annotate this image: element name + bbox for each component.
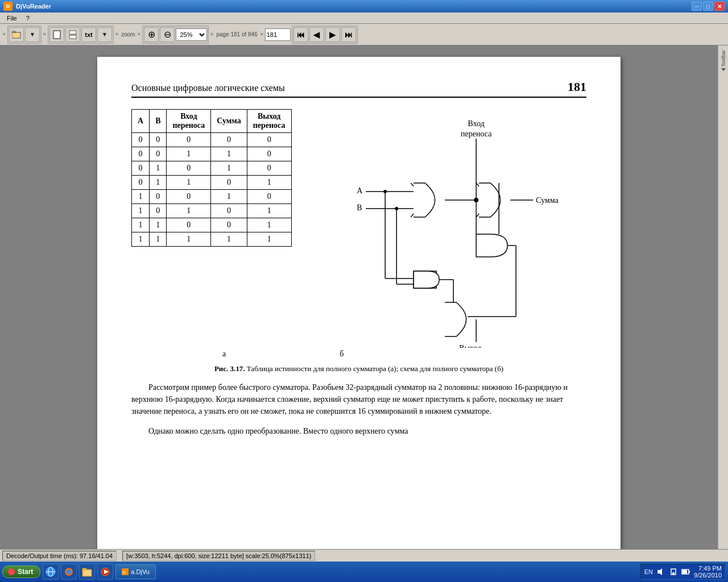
table-cell: 1 [211, 232, 247, 247]
table-cell: 1 [132, 232, 150, 247]
table-cell: 1 [167, 232, 211, 247]
toolbar-group-nav: ⏮ ◀ ▶ ⏭ [292, 26, 358, 44]
menu-help[interactable]: ? [22, 14, 34, 23]
table-cell: 1 [167, 147, 211, 161]
table-cell: 1 [150, 176, 167, 190]
table-cell: 0 [167, 161, 211, 176]
svg-point-34 [395, 207, 398, 210]
table-cell: 1 [150, 161, 167, 176]
table-cell: 1 [247, 218, 291, 232]
menu-file[interactable]: File [2, 14, 22, 23]
table-cell: 1 [132, 218, 150, 232]
part-a-label: а [222, 350, 226, 359]
quicklaunch-ie[interactable] [43, 564, 59, 580]
toolbar-close-2[interactable]: ✕ [43, 32, 47, 37]
circuit-svg: Вход переноса А В [309, 109, 587, 348]
taskbar: Start D a.DjVu EN 7:49 PM 9/26/2010 [0, 562, 728, 582]
table-cell: 1 [150, 232, 167, 247]
table-row: 00000 [132, 133, 292, 147]
tray-sound-icon [656, 568, 665, 576]
zoom-label: zoom [121, 31, 135, 38]
quicklaunch-firefox[interactable] [61, 564, 77, 580]
toolbar-group-zoom: ⊕ ⊖ 25% 50% 75% 100% [142, 26, 209, 44]
nav-next-button[interactable]: ▶ [325, 27, 340, 42]
table-cell: 0 [150, 147, 167, 161]
toolbar-close-page2[interactable]: ✕ [260, 32, 264, 37]
quicklaunch-media[interactable] [97, 564, 113, 580]
toolbar-btn-text[interactable]: txt [81, 27, 96, 42]
window-title: DjVuReader [16, 3, 51, 10]
table-cell: 1 [132, 190, 150, 204]
page-content: Основные цифровые логические схемы 181 А… [97, 57, 621, 549]
nav-prev-button[interactable]: ◀ [309, 27, 324, 42]
title-bar: D DjVuReader ─ □ ✕ [0, 0, 728, 13]
content-row: А В Входпереноса Сумма Выходпереноса 000… [131, 109, 586, 350]
fig-label: Рис. 3.17. [214, 364, 245, 373]
tray-time: 7:49 PM [698, 565, 722, 572]
minimize-button[interactable]: ─ [692, 2, 702, 11]
quicklaunch-folder[interactable] [79, 564, 95, 580]
svg-rect-3 [53, 31, 60, 39]
svg-rect-4 [69, 31, 76, 34]
table-cell: 0 [247, 161, 291, 176]
toolbar-btn-folder[interactable] [9, 27, 24, 42]
table-cell: 0 [247, 147, 291, 161]
svg-rect-2 [13, 33, 20, 38]
table-cell: 1 [247, 204, 291, 218]
toolbar-btn-dropdown[interactable]: ▼ [25, 27, 40, 42]
svg-text:В: В [357, 203, 362, 212]
start-button[interactable]: Start [2, 566, 40, 578]
circuit-diagram: Вход переноса А В [309, 109, 587, 350]
toolbar-close-1[interactable]: ✕ [2, 32, 6, 37]
zoom-out-button[interactable]: ⊖ [160, 27, 175, 42]
toolbar-btn-singlepage[interactable] [49, 27, 64, 42]
table-row: 11001 [132, 218, 292, 232]
truth-table-section: А В Входпереноса Сумма Выходпереноса 000… [131, 109, 292, 350]
right-toolbar-arrow[interactable] [721, 68, 726, 73]
zoom-in-button[interactable]: ⊕ [144, 27, 159, 42]
app-icon: D [3, 2, 13, 11]
table-cell: 0 [247, 190, 291, 204]
table-cell: 1 [167, 176, 211, 190]
page-header: Основные цифровые логические схемы 181 [131, 80, 586, 98]
table-cell: 0 [211, 176, 247, 190]
svg-rect-41 [82, 569, 92, 576]
status-bar: Decode/Output time (ms): 97.16/41.04 [w:… [0, 549, 728, 562]
maximize-button[interactable]: □ [703, 2, 713, 11]
table-cell: 1 [247, 232, 291, 247]
fig-text: Таблица истинности для полного сумматора… [247, 364, 503, 373]
toolbar-close-zoom[interactable]: ✕ [115, 32, 119, 37]
tray-clock: 7:49 PM 9/26/2010 [694, 565, 722, 579]
svg-rect-42 [82, 568, 86, 570]
page-number: 181 [568, 80, 586, 94]
table-row: 01101 [132, 176, 292, 190]
right-toolbar-label[interactable]: Toolbar [721, 50, 726, 67]
col-header-B: В [150, 110, 167, 133]
table-cell: 0 [150, 133, 167, 147]
toolbar: ✕ ▼ ✕ txt ▼ ✕ zoom ✕ ⊕ ⊖ 25% 50% 75% 100… [0, 24, 728, 45]
right-toolbar: Toolbar [718, 45, 728, 549]
toolbar-group-2: txt ▼ [48, 26, 114, 44]
table-cell: 0 [211, 204, 247, 218]
body-paragraph-1: Рассмотрим пример более быстрого суммато… [131, 381, 586, 417]
zoom-select[interactable]: 25% 50% 75% 100% [176, 28, 207, 41]
table-row: 11111 [132, 232, 292, 247]
svg-marker-47 [657, 568, 662, 575]
page-input[interactable] [265, 28, 291, 41]
nav-first-button[interactable]: ⏮ [293, 27, 308, 42]
svg-rect-51 [689, 571, 690, 573]
svg-point-35 [8, 568, 15, 575]
page-area[interactable]: Основные цифровые логические схемы 181 А… [0, 45, 718, 549]
table-cell: 1 [167, 204, 211, 218]
svg-rect-52 [682, 570, 687, 573]
toolbar-close-zoom2[interactable]: ✕ [137, 32, 141, 37]
part-b-label: б [340, 350, 344, 359]
nav-last-button[interactable]: ⏭ [341, 27, 356, 42]
toolbar-close-page[interactable]: ✕ [210, 32, 214, 37]
close-button[interactable]: ✕ [714, 2, 725, 11]
toolbar-btn-continuous[interactable] [65, 27, 80, 42]
table-cell: 0 [150, 204, 167, 218]
taskbar-djvu[interactable]: D a.DjVu [115, 564, 156, 579]
toolbar-btn-dropdown2[interactable]: ▼ [97, 27, 112, 42]
svg-text:Выход: Выход [459, 344, 481, 348]
